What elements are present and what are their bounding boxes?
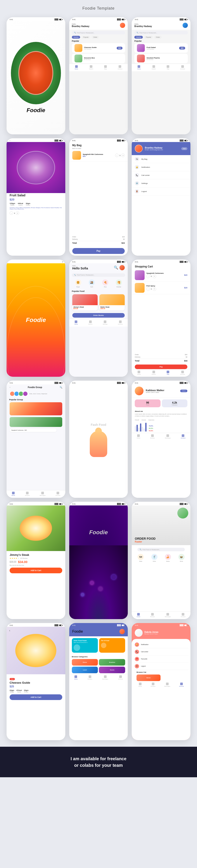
cart-item-2[interactable]: Fish Spicy - 1 + $20	[132, 282, 191, 294]
nav-recipes-group[interactable]: Recipes	[25, 492, 30, 496]
nav-home-sofia[interactable]: Home	[74, 320, 78, 325]
nav-msg-k[interactable]: Messages	[165, 434, 171, 439]
food-card-grocene[interactable]: Grocene Box 80 Reviews	[72, 54, 125, 63]
back-group[interactable]: ‹	[9, 386, 10, 389]
follow-button[interactable]: Follow	[180, 390, 188, 392]
nav-msg-d[interactable]: Messages	[164, 683, 170, 687]
nav-search-fruit[interactable]: Search	[151, 65, 156, 70]
cart-item-1[interactable]: Spaghetti Carbonara - 1 + $20	[132, 269, 191, 282]
nav-home[interactable]: Home	[75, 65, 78, 70]
nav-home-k[interactable]: Home	[137, 434, 140, 439]
nav-account-fruit[interactable]: Account	[180, 65, 185, 70]
sofia-search[interactable]: 🔍 Find Food or Restaurant...	[72, 273, 125, 277]
cat-dinner[interactable]: 🍲 Dinner	[178, 554, 185, 562]
cat-breakfast[interactable]: 🥞 Breakfast	[116, 279, 122, 287]
nav-home-cart[interactable]: Home	[137, 371, 141, 375]
nav-home-d[interactable]: Home	[138, 683, 142, 687]
dakela-fav[interactable]: ❤️ Favourite	[134, 655, 188, 663]
edit-button[interactable]: Edit	[181, 147, 188, 150]
pay-button[interactable]: Pay	[72, 248, 125, 254]
nav-account-d[interactable]: Account	[179, 683, 184, 687]
menu-item-logout[interactable]: 🚪 Logout	[132, 187, 191, 195]
nav-account-cart[interactable]: Account	[180, 371, 185, 375]
dakela-call[interactable]: 📞 Call center	[134, 648, 188, 655]
cheeses-back[interactable]: ‹	[9, 628, 10, 632]
nav-home-faster[interactable]: Home	[137, 613, 140, 617]
bag-qty-inc[interactable]: +	[121, 154, 125, 157]
cat-tab-popular[interactable]: Popular	[81, 36, 90, 39]
nav-search-sofia[interactable]: Search	[88, 320, 92, 325]
dakela-notif[interactable]: 🔔 Notification	[134, 641, 188, 648]
nav-bag[interactable]: Bag	[104, 65, 107, 70]
nav-recipes-d[interactable]: Recipes	[151, 683, 156, 687]
nav-account-k[interactable]: Account	[181, 434, 186, 439]
food-card-smoked[interactable]: Smoked Paarha 80 Reviews	[134, 54, 188, 63]
nav-bag-fruit[interactable]: Bag	[167, 65, 169, 70]
cat-sweets[interactable]: 🍰 Sweets	[165, 554, 171, 562]
promo-card-2[interactable]: The A Food	[99, 638, 125, 653]
search-bar[interactable]: 🔍 Find Food or Restaurant...	[72, 31, 125, 34]
qty-decrease[interactable]: -	[9, 211, 13, 215]
cat-pizza[interactable]: 🍕 Pizza	[102, 279, 108, 287]
nav-search[interactable]: Search	[89, 65, 93, 70]
sofia-avatar[interactable]	[119, 265, 125, 270]
dakela-dinner[interactable]: Dinner	[137, 675, 161, 681]
food-card-butter[interactable]: Butter Steak $45.40	[100, 294, 125, 310]
cat-nearby-fruit[interactable]: Nearby	[134, 36, 143, 39]
user-avatar[interactable]	[120, 23, 125, 28]
user-avatar-fruit[interactable]	[182, 23, 188, 28]
menu-item-bag[interactable]: 🛍 My Bag	[132, 155, 191, 163]
nav-bag-cart[interactable]: Bag	[167, 371, 169, 375]
nav-recipes-k[interactable]: Recipes	[150, 434, 155, 439]
add-to-cart-btn[interactable]: Add to Cart	[9, 568, 62, 573]
nav-home-fruit[interactable]: Home	[137, 65, 141, 70]
nav-recipes-fa[interactable]: Recipes	[88, 675, 92, 680]
search-bar-fruit[interactable]: 🔍 Find Food or Restaurant...	[134, 31, 188, 34]
browse-dinner[interactable]: Dinner	[72, 659, 98, 665]
nav-account[interactable]: Account	[118, 65, 122, 70]
nav-account-group[interactable]: Account	[55, 492, 60, 496]
foodie-app-avatar[interactable]	[119, 629, 125, 634]
cat-sushi[interactable]: 🍱 Sushi	[89, 279, 95, 287]
food-card-fruit-salad[interactable]: Fruit Salad 120 Reviews $20	[134, 43, 188, 53]
nav-manage-sofia[interactable]: Manage	[103, 320, 108, 325]
nav-msg-faster[interactable]: Messages	[165, 613, 171, 617]
bag-item-1[interactable]: Spaghetti Nik Carbonara $20 - 1 +	[69, 149, 128, 162]
cart-2-inc[interactable]: +	[153, 287, 156, 291]
promo-card-1[interactable]: Order Food Faster Open now for the first…	[72, 638, 98, 653]
nav-recipes-faster[interactable]: Recipes	[150, 613, 155, 617]
menu-item-notif[interactable]: 🔔 Notification	[132, 163, 191, 171]
cat-popular-fruit[interactable]: Popular	[144, 36, 153, 39]
nav-account-fa[interactable]: Account	[118, 675, 123, 680]
cart-2-qty[interactable]: - 1 +	[146, 287, 156, 291]
dakela-logout[interactable]: 🚪 Logout	[134, 663, 188, 670]
bag-qty-control[interactable]: - 1 +	[115, 154, 125, 157]
sofia-search-icon[interactable]: 🔍	[114, 266, 118, 270]
nav-account-sofia[interactable]: Account	[118, 320, 123, 325]
cheeses-add-btn[interactable]: Add to Cart	[9, 694, 62, 700]
browse-breakfast[interactable]: Breakfast	[99, 659, 125, 665]
order-books-btn[interactable]: Order Books	[69, 312, 128, 319]
food-card-jimmys[interactable]: Jimmy's Steak $34.00	[72, 294, 97, 310]
group-search-icon[interactable]: 🔍	[60, 386, 62, 389]
browse-snacks[interactable]: Snacks	[99, 666, 125, 673]
food-card-cheeses[interactable]: Cheeses Guide 120 Reviews $20	[72, 43, 125, 53]
qty-control[interactable]: - 1 +	[9, 211, 19, 215]
cat-drinks[interactable]: 🥤 Drinks	[151, 554, 158, 562]
cart-pay-button[interactable]: Pay	[135, 365, 188, 369]
cat-meals[interactable]: 🍽 Meals	[138, 554, 144, 562]
nav-home-group[interactable]: Home	[11, 492, 15, 496]
cart-1-inc[interactable]: +	[153, 275, 156, 278]
cart-2-dec[interactable]: -	[146, 287, 150, 291]
cat-tab-nearby[interactable]: Nearby	[72, 36, 80, 39]
cart-1-dec[interactable]: -	[146, 275, 150, 278]
nav-home-fa[interactable]: Home	[74, 675, 78, 680]
cart-1-qty[interactable]: - 1 +	[146, 275, 156, 278]
nav-search-cart[interactable]: Search	[151, 371, 156, 375]
menu-item-call[interactable]: 📞 Call center	[132, 171, 191, 179]
back-btn[interactable]: ‹	[9, 140, 10, 142]
nav-msg-group[interactable]: Messages	[39, 492, 46, 496]
order-faster-search[interactable]: 🔍 Find Food or Restaurant...	[137, 548, 185, 551]
nav-msg-fa[interactable]: Messages	[102, 675, 108, 680]
nav-account-faster[interactable]: Account	[181, 613, 186, 617]
